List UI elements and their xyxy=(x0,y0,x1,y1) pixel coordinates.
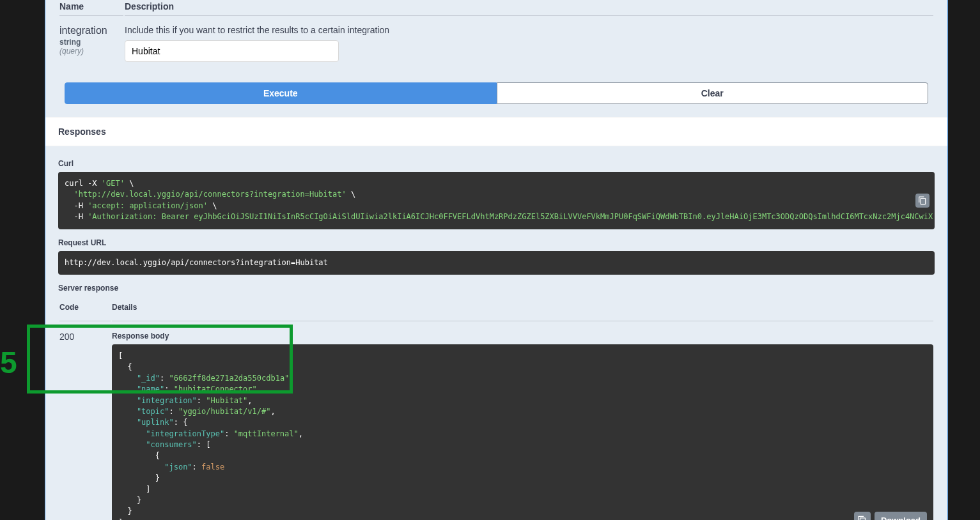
col-details: Details xyxy=(112,298,933,321)
annotation-number: 5 xyxy=(0,345,17,380)
param-header-desc: Description xyxy=(125,1,933,16)
param-description: Include this if you want to restrict the… xyxy=(125,25,927,35)
responses-heading: Responses xyxy=(45,117,947,146)
param-in: (query) xyxy=(59,47,117,56)
copy-curl-button[interactable] xyxy=(915,194,929,208)
copy-response-button[interactable] xyxy=(854,512,871,520)
response-code: 200 xyxy=(59,323,111,520)
param-name: integration xyxy=(59,25,117,36)
download-button[interactable]: Download xyxy=(875,512,927,520)
server-response-title: Server response xyxy=(58,284,935,293)
request-url-box: http://dev.local.yggio/api/connectors?in… xyxy=(58,251,935,275)
parameters-table: Name Description integration string (que… xyxy=(58,0,935,71)
param-input-integration[interactable] xyxy=(125,40,339,62)
curl-title: Curl xyxy=(58,159,935,168)
curl-box: curl -X 'GET' \ 'http://dev.local.yggio/… xyxy=(58,172,935,229)
server-response-table: Code Details 200 Response body [ { "_id"… xyxy=(58,296,935,520)
execute-button[interactable]: Execute xyxy=(65,82,497,104)
param-type: string xyxy=(59,38,117,47)
response-body-box: [ { "_id": "6662ff8de271a2da550cdb1a", "… xyxy=(112,344,933,520)
param-header-name: Name xyxy=(59,1,123,16)
clear-button[interactable]: Clear xyxy=(497,82,929,104)
param-row-integration: integration string (query) Include this … xyxy=(59,17,933,70)
col-code: Code xyxy=(59,298,111,321)
response-body-title: Response body xyxy=(112,332,933,340)
request-url-title: Request URL xyxy=(58,238,935,247)
clipboard-icon xyxy=(918,196,927,205)
clipboard-icon xyxy=(857,516,867,520)
